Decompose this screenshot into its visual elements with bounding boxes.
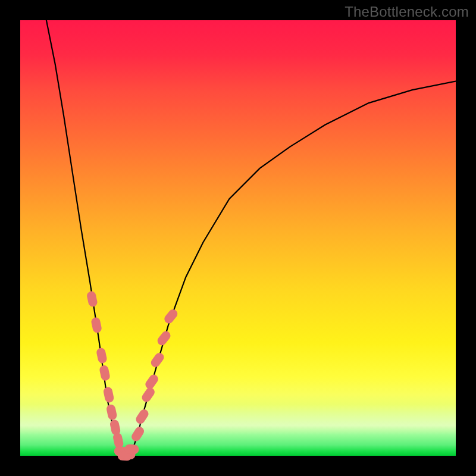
plot-area [20,20,456,456]
data-marker [134,408,151,425]
data-marker [99,365,111,382]
data-marker [86,290,98,308]
data-marker [162,308,179,325]
data-marker [103,386,115,403]
data-marker [90,317,102,334]
data-marker [96,347,108,364]
data-marker [106,404,118,421]
data-marker [143,373,159,391]
chart-frame: TheBottleneck.com [0,0,476,476]
data-marker [149,351,166,369]
data-marker [130,425,145,443]
curve-layer [20,20,456,456]
data-marker [156,330,173,347]
data-marker [112,432,124,449]
data-markers [86,290,180,461]
watermark-text: TheBottleneck.com [345,4,469,20]
data-marker [124,444,139,454]
